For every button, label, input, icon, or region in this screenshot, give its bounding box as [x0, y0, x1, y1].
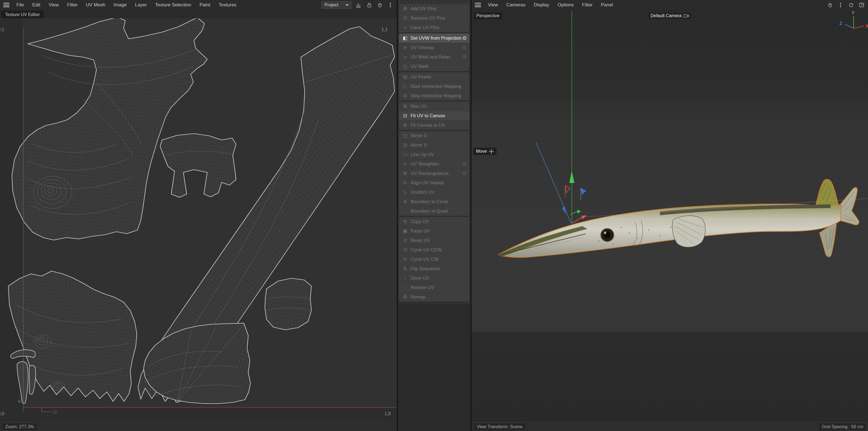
viewport-3d[interactable]: Perspective Default Camera Move — [471, 10, 868, 423]
maximize-layout-icon[interactable] — [858, 1, 865, 8]
menu-file[interactable]: File — [12, 2, 28, 8]
tool-line-up-uv[interactable]: ▭Line Up UV — [399, 150, 469, 159]
tool-mirror-u[interactable]: ◫Mirror U — [399, 131, 469, 140]
tool-restore-uv[interactable]: ↑Restore UV — [399, 283, 469, 292]
uv-island-quad[interactable] — [265, 278, 311, 330]
hamburger-menu-icon[interactable] — [475, 3, 481, 7]
tool-uv-straighten[interactable]: ≡UV Straighten⚙ — [399, 159, 469, 168]
tool-uv-weld[interactable]: ◫UV Weld — [399, 62, 469, 71]
zoom-vertical-icon[interactable] — [837, 1, 844, 8]
uv-canvas[interactable]: 0,1 1,1 0,0 1,0 — [0, 18, 397, 423]
tool-group-interactive: ▤UV Peeler ▷Start Interactive Mapping ⊘S… — [399, 72, 469, 100]
gear-icon[interactable]: ⚙ — [462, 161, 467, 167]
tool-label: Mirror U — [411, 133, 427, 138]
project-dropdown[interactable]: Project — [321, 1, 352, 9]
tool-set-uvw-from-projection[interactable]: ◧Set UVW from Projection⚙ — [399, 34, 469, 43]
tool-label: Align UV Islands — [411, 180, 444, 185]
menu-display[interactable]: Display — [530, 2, 554, 8]
histogram-icon[interactable] — [355, 1, 362, 8]
gear-icon[interactable]: ⚙ — [462, 54, 467, 60]
pan-hand-icon[interactable] — [827, 1, 834, 8]
tool-paste-uv[interactable]: ▣Paste UV — [399, 226, 469, 236]
tool-max-uv[interactable]: ⊠Max UV — [399, 102, 469, 111]
active-tool-name: Move — [476, 149, 487, 154]
flip-sequence-icon: ⇅ — [402, 266, 408, 272]
tool-boundary-to-quad[interactable]: →Boundary to Quad — [399, 206, 469, 216]
uv-axis-u-label: U — [53, 409, 57, 414]
uv-island-fin-fan[interactable] — [144, 323, 250, 404]
menu-view[interactable]: View — [44, 2, 63, 8]
tool-align-uv-islands[interactable]: ↻Align UV Islands — [399, 178, 469, 187]
tool-label: UV Straighten — [411, 161, 439, 166]
rectangularize-icon: ⊞ — [402, 171, 408, 176]
tool-remap[interactable]: ⚙Remap... — [399, 292, 469, 302]
menu-texture-selection[interactable]: Texture Selection — [151, 2, 195, 8]
tool-uv-weld-and-relax[interactable]: ▱UV Weld and Relax⚙ — [399, 52, 469, 62]
fish-model[interactable] — [498, 179, 859, 257]
gear-icon[interactable]: ⚙ — [462, 170, 467, 177]
tool-flip-sequence[interactable]: ⇅Flip Sequence — [399, 264, 469, 273]
uv-corner-top-left: 0,1 — [0, 27, 4, 32]
tool-stop-interactive-mapping[interactable]: ⊘Stop Interactive Mapping — [399, 91, 469, 100]
tool-boundary-to-circle[interactable]: ⊕Boundary to Circle — [399, 197, 469, 206]
copy-icon: ⧉ — [402, 219, 408, 224]
hamburger-menu-icon[interactable] — [3, 3, 9, 7]
tool-clear-uv-pins[interactable]: ×Clear UV Pins — [399, 23, 469, 32]
uv-island-head[interactable] — [12, 18, 207, 240]
tool-remove-uv-pins[interactable]: ⚲Remove UV Pins — [399, 13, 469, 23]
pan-hand-icon[interactable] — [376, 1, 383, 8]
menu-image[interactable]: Image — [110, 2, 131, 8]
uv-axis-v-label: V — [18, 399, 21, 404]
tool-copy-uv[interactable]: ⧉Copy UV — [399, 217, 469, 226]
active-tool-indicator[interactable]: Move — [473, 148, 496, 155]
panel-grip-handle[interactable] — [398, 0, 470, 4]
move-gizmo[interactable] — [536, 11, 868, 223]
fit-uv-icon: ⊡ — [402, 113, 408, 119]
menu-view[interactable]: View — [484, 2, 502, 8]
tool-unstitch-uv[interactable]: ∿Unstitch UV — [399, 187, 469, 197]
gear-icon[interactable]: ⚙ — [462, 44, 467, 51]
zoom-vertical-icon[interactable] — [387, 1, 394, 8]
uv-island-saddle[interactable] — [160, 133, 236, 197]
tool-label: Unstitch UV — [411, 190, 435, 195]
menu-paint[interactable]: Paint — [195, 2, 214, 8]
view-transform-readout: View Transform: Scene — [474, 424, 525, 430]
tool-cycle-uv-cw[interactable]: ⟳Cycle UV CW — [399, 254, 469, 264]
lock-icon[interactable] — [366, 1, 373, 8]
menu-edit[interactable]: Edit — [28, 2, 44, 8]
tool-cycle-uv-ccw[interactable]: ⟲Cycle UV CCW — [399, 245, 469, 254]
orbit-icon[interactable] — [847, 1, 855, 8]
menu-textures[interactable]: Textures — [214, 2, 241, 8]
menu-filter[interactable]: Filter — [63, 2, 82, 8]
menu-options[interactable]: Options — [553, 2, 578, 8]
gear-icon[interactable]: ⚙ — [462, 35, 467, 41]
tool-start-interactive-mapping[interactable]: ▷Start Interactive Mapping — [399, 82, 469, 91]
axis-z-label: Z — [839, 21, 842, 26]
tool-label: Boundary to Quad — [411, 209, 448, 214]
uv-tool-panel: ⚲Add UV Pins ⚲Remove UV Pins ×Clear UV P… — [398, 0, 470, 431]
viewport-tab-row: Texture UV Editor — [0, 10, 397, 18]
tool-store-uv[interactable]: ↓Store UV — [399, 273, 469, 283]
tool-uv-rectangularize[interactable]: ⊞UV Rectangularize⚙ — [399, 168, 469, 178]
tool-label: UV Weld — [411, 64, 429, 69]
menu-layer[interactable]: Layer — [131, 2, 151, 8]
viewport-camera-selector[interactable]: Default Camera — [648, 12, 691, 19]
uv-editor-tab[interactable]: Texture UV Editor — [1, 11, 43, 18]
tool-reset-uv[interactable]: ↺Reset UV — [399, 236, 469, 245]
tool-uv-unwrap[interactable]: ≋UV Unwrap⚙ — [399, 43, 469, 52]
tool-uv-peeler[interactable]: ▤UV Peeler — [399, 72, 469, 82]
tool-fit-uv-to-canvas[interactable]: ⊡Fit UV to Canvas — [399, 111, 469, 120]
tool-label: Max UV — [411, 104, 427, 109]
menu-filter[interactable]: Filter — [578, 2, 597, 8]
unstitch-icon: ∿ — [402, 189, 408, 195]
menu-cameras[interactable]: Cameras — [502, 2, 530, 8]
tool-mirror-v[interactable]: ⊟Mirror V — [399, 140, 469, 150]
uv-editor-menubar: File Edit View Filter UV Mesh Image Laye… — [0, 0, 397, 10]
tool-add-uv-pins[interactable]: ⚲Add UV Pins — [399, 4, 469, 13]
weld-icon: ◫ — [402, 63, 408, 69]
menu-panel[interactable]: Panel — [597, 2, 617, 8]
tool-fit-canvas-to-uv[interactable]: ⊞Fit Canvas to UV — [399, 120, 469, 130]
tool-label: Reset UV — [411, 238, 430, 243]
projection-icon: ◧ — [402, 35, 408, 41]
menu-uv-mesh[interactable]: UV Mesh — [82, 2, 110, 8]
